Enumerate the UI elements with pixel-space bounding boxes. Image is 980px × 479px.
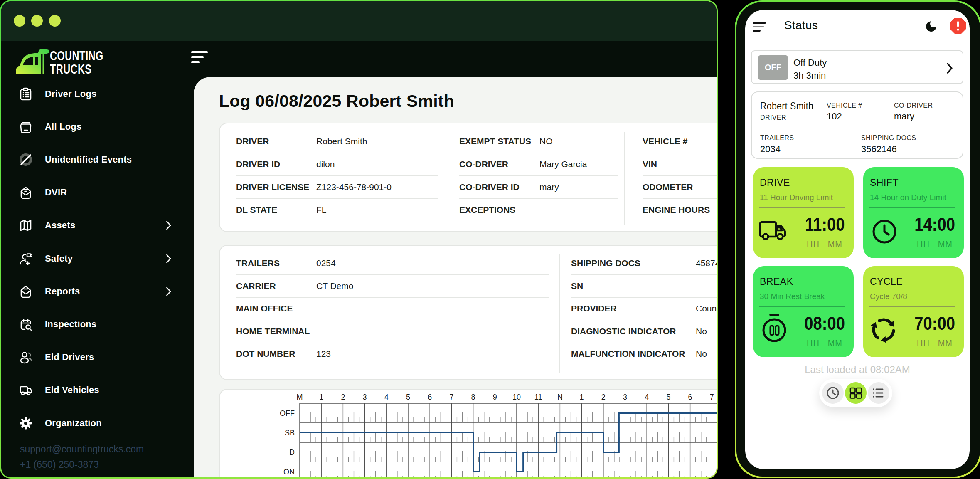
svg-text:SB: SB bbox=[285, 429, 295, 437]
svg-text:7: 7 bbox=[710, 393, 714, 401]
svg-text:1: 1 bbox=[319, 393, 323, 401]
svg-text:7: 7 bbox=[449, 393, 453, 401]
svg-text:N: N bbox=[557, 393, 563, 401]
svg-text:4: 4 bbox=[384, 393, 389, 401]
svg-text:3: 3 bbox=[623, 393, 627, 401]
svg-text:5: 5 bbox=[406, 393, 410, 401]
svg-text:8: 8 bbox=[471, 393, 475, 401]
svg-text:2: 2 bbox=[341, 393, 345, 401]
svg-text:11: 11 bbox=[534, 393, 542, 401]
svg-text:2: 2 bbox=[601, 393, 606, 401]
svg-text:10: 10 bbox=[512, 393, 521, 401]
svg-text:5: 5 bbox=[666, 393, 670, 401]
svg-text:4: 4 bbox=[645, 393, 649, 401]
svg-text:9: 9 bbox=[493, 393, 497, 401]
svg-text:OFF: OFF bbox=[280, 409, 295, 417]
svg-text:6: 6 bbox=[428, 393, 432, 401]
svg-text:M: M bbox=[297, 393, 303, 401]
svg-text:D: D bbox=[289, 448, 295, 457]
svg-text:1: 1 bbox=[580, 393, 584, 401]
svg-text:ON: ON bbox=[283, 468, 295, 476]
svg-text:6: 6 bbox=[688, 393, 692, 401]
svg-text:3: 3 bbox=[363, 393, 367, 401]
